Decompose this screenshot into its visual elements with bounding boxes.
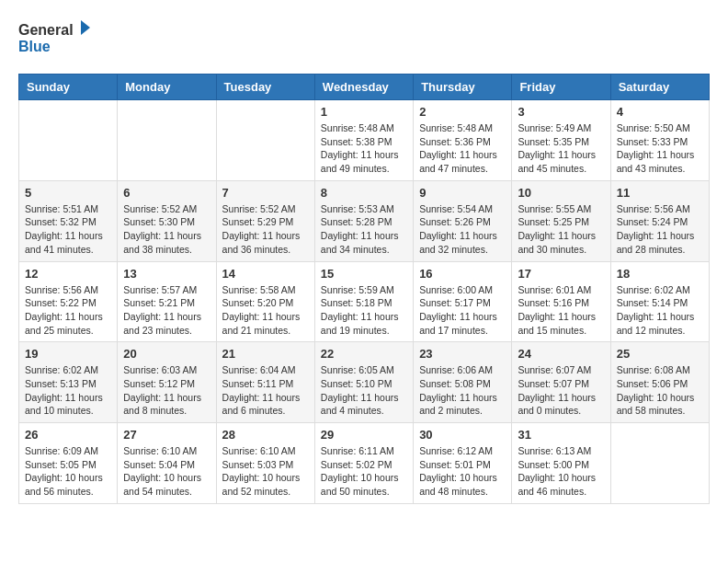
calendar-week-row: 19Sunrise: 6:02 AM Sunset: 5:13 PM Dayli… bbox=[19, 342, 710, 423]
calendar-cell: 30Sunrise: 6:12 AM Sunset: 5:01 PM Dayli… bbox=[414, 423, 512, 504]
calendar-cell: 25Sunrise: 6:08 AM Sunset: 5:06 PM Dayli… bbox=[610, 342, 709, 423]
calendar-cell: 6Sunrise: 5:52 AM Sunset: 5:30 PM Daylig… bbox=[118, 180, 216, 261]
day-info: Sunrise: 5:58 AM Sunset: 5:20 PM Dayligh… bbox=[222, 283, 309, 338]
day-number: 1 bbox=[321, 105, 407, 119]
day-info: Sunrise: 6:04 AM Sunset: 5:11 PM Dayligh… bbox=[222, 363, 309, 418]
calendar-cell: 13Sunrise: 5:57 AM Sunset: 5:21 PM Dayli… bbox=[118, 261, 216, 342]
day-info: Sunrise: 5:52 AM Sunset: 5:30 PM Dayligh… bbox=[123, 202, 210, 257]
day-info: Sunrise: 6:06 AM Sunset: 5:08 PM Dayligh… bbox=[419, 363, 506, 418]
calendar-cell: 22Sunrise: 6:05 AM Sunset: 5:10 PM Dayli… bbox=[314, 342, 413, 423]
calendar-cell: 23Sunrise: 6:06 AM Sunset: 5:08 PM Dayli… bbox=[414, 342, 512, 423]
day-number: 4 bbox=[617, 105, 703, 119]
day-info: Sunrise: 6:12 AM Sunset: 5:01 PM Dayligh… bbox=[419, 444, 506, 499]
calendar-cell: 17Sunrise: 6:01 AM Sunset: 5:16 PM Dayli… bbox=[512, 261, 610, 342]
weekday-header-row: SundayMondayTuesdayWednesdayThursdayFrid… bbox=[19, 75, 710, 100]
logo: General Blue bbox=[18, 18, 92, 59]
calendar-cell: 19Sunrise: 6:02 AM Sunset: 5:13 PM Dayli… bbox=[19, 342, 118, 423]
day-number: 16 bbox=[419, 267, 506, 281]
calendar-cell bbox=[610, 423, 709, 504]
day-number: 29 bbox=[321, 428, 407, 442]
day-info: Sunrise: 6:02 AM Sunset: 5:14 PM Dayligh… bbox=[617, 283, 703, 338]
day-info: Sunrise: 6:01 AM Sunset: 5:16 PM Dayligh… bbox=[518, 283, 604, 338]
weekday-header-wednesday: Wednesday bbox=[314, 75, 413, 100]
day-info: Sunrise: 6:11 AM Sunset: 5:02 PM Dayligh… bbox=[321, 444, 407, 499]
day-number: 14 bbox=[222, 267, 309, 281]
day-info: Sunrise: 5:48 AM Sunset: 5:38 PM Dayligh… bbox=[321, 121, 407, 176]
day-number: 9 bbox=[419, 186, 506, 200]
day-number: 12 bbox=[25, 267, 111, 281]
day-number: 21 bbox=[222, 347, 309, 361]
day-number: 23 bbox=[419, 347, 506, 361]
calendar-week-row: 5Sunrise: 5:51 AM Sunset: 5:32 PM Daylig… bbox=[19, 180, 710, 261]
calendar-cell: 26Sunrise: 6:09 AM Sunset: 5:05 PM Dayli… bbox=[19, 423, 118, 504]
calendar-cell: 5Sunrise: 5:51 AM Sunset: 5:32 PM Daylig… bbox=[19, 180, 118, 261]
day-info: Sunrise: 6:13 AM Sunset: 5:00 PM Dayligh… bbox=[518, 444, 604, 499]
day-info: Sunrise: 6:05 AM Sunset: 5:10 PM Dayligh… bbox=[321, 363, 407, 418]
day-info: Sunrise: 5:54 AM Sunset: 5:26 PM Dayligh… bbox=[419, 202, 506, 257]
day-number: 28 bbox=[222, 428, 309, 442]
svg-text:General: General bbox=[18, 22, 74, 38]
weekday-header-monday: Monday bbox=[118, 75, 216, 100]
day-info: Sunrise: 5:48 AM Sunset: 5:36 PM Dayligh… bbox=[419, 121, 506, 176]
weekday-header-sunday: Sunday bbox=[19, 75, 118, 100]
svg-text:Blue: Blue bbox=[18, 39, 51, 54]
calendar-week-row: 12Sunrise: 5:56 AM Sunset: 5:22 PM Dayli… bbox=[19, 261, 710, 342]
calendar-cell: 14Sunrise: 5:58 AM Sunset: 5:20 PM Dayli… bbox=[216, 261, 314, 342]
day-number: 27 bbox=[123, 428, 210, 442]
weekday-header-tuesday: Tuesday bbox=[216, 75, 314, 100]
calendar-cell bbox=[19, 100, 118, 181]
day-info: Sunrise: 6:07 AM Sunset: 5:07 PM Dayligh… bbox=[518, 363, 604, 418]
day-info: Sunrise: 5:56 AM Sunset: 5:22 PM Dayligh… bbox=[25, 283, 111, 338]
calendar-table: SundayMondayTuesdayWednesdayThursdayFrid… bbox=[18, 74, 710, 504]
calendar-cell: 18Sunrise: 6:02 AM Sunset: 5:14 PM Dayli… bbox=[610, 261, 709, 342]
calendar-cell: 7Sunrise: 5:52 AM Sunset: 5:29 PM Daylig… bbox=[216, 180, 314, 261]
day-number: 2 bbox=[419, 105, 506, 119]
day-number: 24 bbox=[518, 347, 604, 361]
calendar-cell: 27Sunrise: 6:10 AM Sunset: 5:04 PM Dayli… bbox=[118, 423, 216, 504]
day-number: 30 bbox=[419, 428, 506, 442]
calendar-cell: 11Sunrise: 5:56 AM Sunset: 5:24 PM Dayli… bbox=[610, 180, 709, 261]
calendar-week-row: 1Sunrise: 5:48 AM Sunset: 5:38 PM Daylig… bbox=[19, 100, 710, 181]
weekday-header-friday: Friday bbox=[512, 75, 610, 100]
day-info: Sunrise: 6:10 AM Sunset: 5:03 PM Dayligh… bbox=[222, 444, 309, 499]
day-number: 6 bbox=[123, 186, 210, 200]
calendar-cell: 15Sunrise: 5:59 AM Sunset: 5:18 PM Dayli… bbox=[314, 261, 413, 342]
day-number: 19 bbox=[25, 347, 111, 361]
day-info: Sunrise: 6:03 AM Sunset: 5:12 PM Dayligh… bbox=[123, 363, 210, 418]
day-number: 13 bbox=[123, 267, 210, 281]
day-info: Sunrise: 5:59 AM Sunset: 5:18 PM Dayligh… bbox=[321, 283, 407, 338]
day-info: Sunrise: 6:00 AM Sunset: 5:17 PM Dayligh… bbox=[419, 283, 506, 338]
calendar-cell: 29Sunrise: 6:11 AM Sunset: 5:02 PM Dayli… bbox=[314, 423, 413, 504]
page-header: General Blue bbox=[18, 18, 710, 59]
logo-svg: General Blue bbox=[18, 18, 92, 59]
day-number: 31 bbox=[518, 428, 604, 442]
day-number: 18 bbox=[617, 267, 703, 281]
weekday-header-saturday: Saturday bbox=[610, 75, 709, 100]
calendar-cell bbox=[118, 100, 216, 181]
day-info: Sunrise: 5:52 AM Sunset: 5:29 PM Dayligh… bbox=[222, 202, 309, 257]
calendar-cell: 1Sunrise: 5:48 AM Sunset: 5:38 PM Daylig… bbox=[314, 100, 413, 181]
calendar-cell: 2Sunrise: 5:48 AM Sunset: 5:36 PM Daylig… bbox=[414, 100, 512, 181]
day-number: 25 bbox=[617, 347, 703, 361]
day-number: 8 bbox=[321, 186, 407, 200]
day-info: Sunrise: 6:10 AM Sunset: 5:04 PM Dayligh… bbox=[123, 444, 210, 499]
day-number: 20 bbox=[123, 347, 210, 361]
calendar-cell: 20Sunrise: 6:03 AM Sunset: 5:12 PM Dayli… bbox=[118, 342, 216, 423]
calendar-cell bbox=[216, 100, 314, 181]
day-info: Sunrise: 6:02 AM Sunset: 5:13 PM Dayligh… bbox=[25, 363, 111, 418]
calendar-cell: 3Sunrise: 5:49 AM Sunset: 5:35 PM Daylig… bbox=[512, 100, 610, 181]
calendar-cell: 24Sunrise: 6:07 AM Sunset: 5:07 PM Dayli… bbox=[512, 342, 610, 423]
day-number: 10 bbox=[518, 186, 604, 200]
day-number: 5 bbox=[25, 186, 111, 200]
calendar-cell: 12Sunrise: 5:56 AM Sunset: 5:22 PM Dayli… bbox=[19, 261, 118, 342]
day-number: 7 bbox=[222, 186, 309, 200]
calendar-cell: 8Sunrise: 5:53 AM Sunset: 5:28 PM Daylig… bbox=[314, 180, 413, 261]
weekday-header-thursday: Thursday bbox=[414, 75, 512, 100]
day-info: Sunrise: 5:55 AM Sunset: 5:25 PM Dayligh… bbox=[518, 202, 604, 257]
day-info: Sunrise: 5:51 AM Sunset: 5:32 PM Dayligh… bbox=[25, 202, 111, 257]
day-number: 17 bbox=[518, 267, 604, 281]
day-number: 3 bbox=[518, 105, 604, 119]
day-info: Sunrise: 5:56 AM Sunset: 5:24 PM Dayligh… bbox=[617, 202, 703, 257]
svg-marker-2 bbox=[81, 20, 90, 35]
calendar-cell: 16Sunrise: 6:00 AM Sunset: 5:17 PM Dayli… bbox=[414, 261, 512, 342]
